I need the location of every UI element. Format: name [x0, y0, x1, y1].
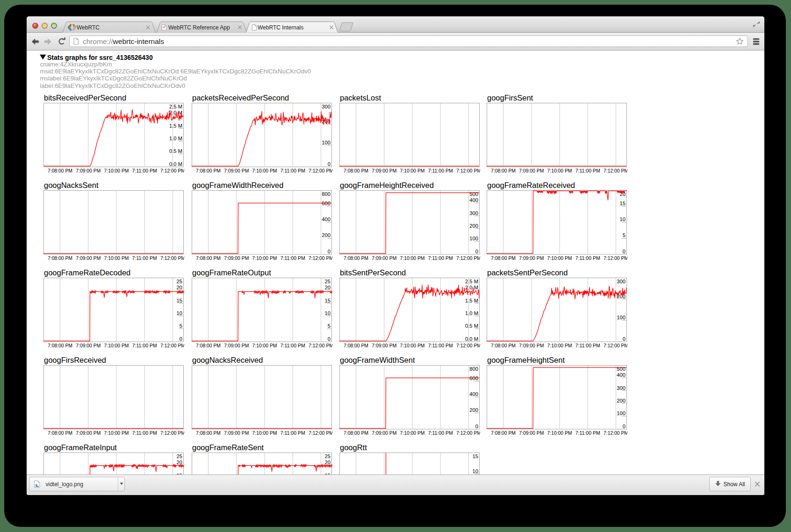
- svg-text:7:10:00 PM: 7:10:00 PM: [252, 343, 277, 348]
- svg-text:7:10:00 PM: 7:10:00 PM: [252, 430, 277, 436]
- svg-text:400: 400: [469, 391, 478, 397]
- svg-text:7:08:00 PM: 7:08:00 PM: [344, 430, 368, 436]
- svg-text:0: 0: [623, 249, 626, 254]
- svg-text:0: 0: [623, 336, 626, 342]
- svg-text:7:12:00 PM: 7:12:00 PM: [160, 343, 185, 348]
- svg-text:100: 100: [617, 315, 626, 320]
- svg-text:7:09:00 PM: 7:09:00 PM: [76, 430, 101, 436]
- svg-text:googFrameRateDecoded: googFrameRateDecoded: [44, 268, 130, 277]
- svg-text:600: 600: [469, 375, 478, 381]
- svg-text:200: 200: [617, 398, 626, 403]
- svg-text:0: 0: [328, 161, 331, 167]
- svg-text:7:08:00 PM: 7:08:00 PM: [491, 168, 516, 173]
- svg-text:bitsReceivedPerSecond: bitsReceivedPerSecond: [44, 93, 126, 102]
- svg-text:7:12:00 PM: 7:12:00 PM: [456, 343, 481, 348]
- svg-text:2.5 M: 2.5 M: [169, 104, 182, 109]
- svg-text:7:09:00 PM: 7:09:00 PM: [372, 255, 396, 261]
- svg-text:7:12:00 PM: 7:12:00 PM: [309, 343, 333, 348]
- svg-text:7:08:00 PM: 7:08:00 PM: [196, 168, 221, 173]
- svg-text:googNacksReceived: googNacksReceived: [192, 356, 263, 364]
- svg-text:7:08:00 PM: 7:08:00 PM: [48, 168, 72, 173]
- svg-text:7:10:00 PM: 7:10:00 PM: [400, 255, 425, 261]
- svg-text:7:09:00 PM: 7:09:00 PM: [224, 430, 249, 436]
- svg-text:0.0 M: 0.0 M: [169, 161, 182, 167]
- svg-text:300: 300: [617, 279, 626, 284]
- svg-text:7:09:00 PM: 7:09:00 PM: [372, 430, 396, 436]
- svg-text:7:11:00 PM: 7:11:00 PM: [428, 430, 453, 436]
- svg-text:packetsSentPerSecond: packetsSentPerSecond: [487, 268, 568, 277]
- svg-text:0.5 M: 0.5 M: [465, 323, 478, 329]
- svg-text:7:08:00 PM: 7:08:00 PM: [196, 430, 221, 436]
- svg-text:7:12:00 PM: 7:12:00 PM: [309, 168, 333, 173]
- svg-text:15: 15: [177, 298, 182, 303]
- svg-text:7:11:00 PM: 7:11:00 PM: [575, 343, 600, 348]
- svg-text:400: 400: [322, 216, 331, 222]
- svg-text:WebRTC Internals: WebRTC Internals: [258, 24, 303, 31]
- svg-text:googFrameWidthSent: googFrameWidthSent: [340, 356, 415, 364]
- svg-text:300: 300: [322, 104, 331, 109]
- svg-text:500: 500: [469, 191, 478, 197]
- svg-text:7:10:00 PM: 7:10:00 PM: [104, 343, 129, 348]
- svg-text:7:11:00 PM: 7:11:00 PM: [428, 168, 453, 173]
- svg-text:7:09:00 PM: 7:09:00 PM: [76, 168, 101, 173]
- svg-text:mslabel:6E9laEYkyxIkTCxDgc82ZG: mslabel:6E9laEYkyxIkTCxDgc82ZGoEhlCfxNuC…: [40, 75, 187, 82]
- svg-text:300: 300: [617, 385, 626, 391]
- svg-text:0.5 M: 0.5 M: [169, 148, 182, 154]
- svg-text:15: 15: [620, 201, 626, 206]
- svg-text:0: 0: [328, 336, 331, 342]
- svg-text:0: 0: [623, 424, 626, 429]
- svg-text:7:08:00 PM: 7:08:00 PM: [491, 343, 516, 348]
- svg-text:10: 10: [325, 310, 331, 316]
- svg-text:7:11:00 PM: 7:11:00 PM: [132, 430, 157, 436]
- svg-text:Show All: Show All: [724, 481, 745, 488]
- svg-text:7:11:00 PM: 7:11:00 PM: [132, 343, 157, 348]
- svg-text:7:10:00 PM: 7:10:00 PM: [104, 430, 129, 436]
- svg-text:25: 25: [177, 453, 182, 459]
- svg-text:20: 20: [325, 460, 331, 465]
- svg-text:10: 10: [177, 310, 182, 316]
- svg-text:googFrameRateOutput: googFrameRateOutput: [192, 268, 271, 277]
- svg-text:7:12:00 PM: 7:12:00 PM: [309, 255, 333, 261]
- svg-text:googFrameRateInput: googFrameRateInput: [44, 443, 117, 452]
- svg-text:7:12:00 PM: 7:12:00 PM: [160, 430, 185, 436]
- svg-text:7:09:00 PM: 7:09:00 PM: [519, 430, 544, 436]
- svg-text:7:12:00 PM: 7:12:00 PM: [309, 430, 333, 436]
- svg-text:7:10:00 PM: 7:10:00 PM: [104, 255, 129, 261]
- svg-text:7:11:00 PM: 7:11:00 PM: [575, 255, 600, 261]
- svg-text:7:09:00 PM: 7:09:00 PM: [224, 168, 249, 173]
- svg-text:20: 20: [325, 285, 331, 290]
- svg-text:7:11:00 PM: 7:11:00 PM: [575, 168, 600, 173]
- svg-text:200: 200: [469, 223, 478, 229]
- svg-text:7:11:00 PM: 7:11:00 PM: [280, 343, 305, 348]
- svg-text:7:12:00 PM: 7:12:00 PM: [456, 255, 481, 261]
- svg-text:7:08:00 PM: 7:08:00 PM: [491, 255, 516, 261]
- svg-text:7:10:00 PM: 7:10:00 PM: [547, 343, 572, 348]
- svg-text:7:11:00 PM: 7:11:00 PM: [280, 430, 305, 436]
- svg-text:googFrameHeightSent: googFrameHeightSent: [487, 356, 565, 364]
- svg-text:packetsLost: packetsLost: [340, 93, 381, 102]
- svg-text:7:09:00 PM: 7:09:00 PM: [519, 168, 544, 173]
- svg-text:packetsReceivedPerSecond: packetsReceivedPerSecond: [192, 93, 289, 102]
- svg-text:7:10:00 PM: 7:10:00 PM: [104, 168, 129, 173]
- svg-text:7:09:00 PM: 7:09:00 PM: [372, 343, 396, 348]
- svg-text:7:11:00 PM: 7:11:00 PM: [428, 343, 453, 348]
- svg-text:7:09:00 PM: 7:09:00 PM: [224, 255, 249, 261]
- svg-text:7:09:00 PM: 7:09:00 PM: [76, 343, 101, 348]
- svg-text:googFrameWidthReceived: googFrameWidthReceived: [192, 181, 283, 189]
- svg-text:200: 200: [469, 407, 478, 413]
- svg-text:25: 25: [325, 453, 331, 459]
- svg-text:7:11:00 PM: 7:11:00 PM: [280, 168, 305, 173]
- svg-text:1.0 M: 1.0 M: [465, 310, 478, 316]
- svg-text:cname:4ZXkrucxjuzp/bKm: cname:4ZXkrucxjuzp/bKm: [40, 61, 112, 68]
- svg-text:5: 5: [328, 323, 331, 329]
- svg-text:0: 0: [475, 424, 478, 429]
- svg-text:20: 20: [177, 285, 182, 290]
- svg-text:7:08:00 PM: 7:08:00 PM: [48, 255, 72, 261]
- svg-text:7:10:00 PM: 7:10:00 PM: [252, 255, 277, 261]
- svg-text:800: 800: [322, 191, 331, 197]
- svg-text:googFirsSent: googFirsSent: [487, 93, 533, 102]
- svg-text:2.5 M: 2.5 M: [465, 279, 478, 284]
- svg-text:10: 10: [620, 216, 626, 222]
- svg-text:25: 25: [325, 279, 331, 284]
- svg-text:600: 600: [322, 201, 331, 206]
